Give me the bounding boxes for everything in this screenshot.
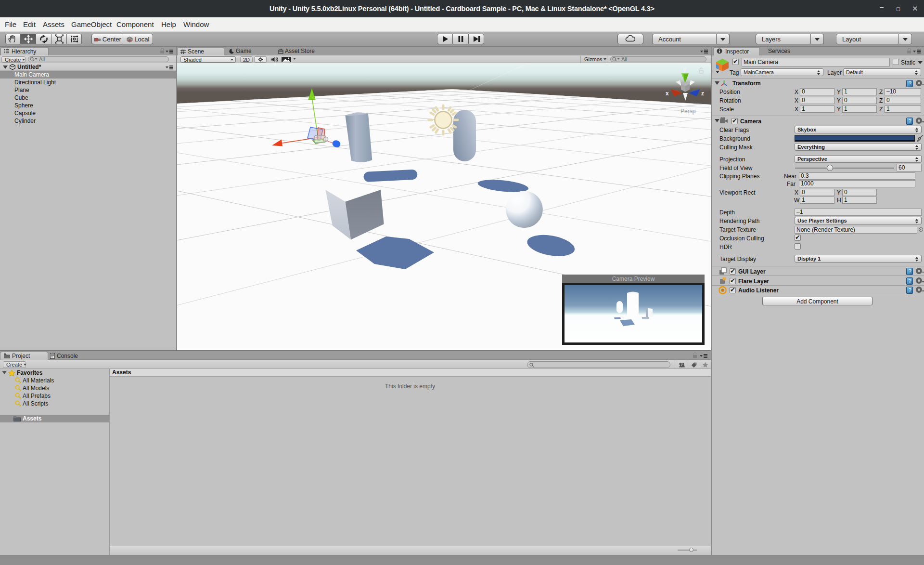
svg-text:z: z xyxy=(701,90,704,97)
svg-text:x: x xyxy=(666,90,669,97)
svg-text:y: y xyxy=(683,66,687,73)
svg-text:Camera Preview: Camera Preview xyxy=(612,276,655,282)
svg-text:Persp: Persp xyxy=(680,108,696,115)
